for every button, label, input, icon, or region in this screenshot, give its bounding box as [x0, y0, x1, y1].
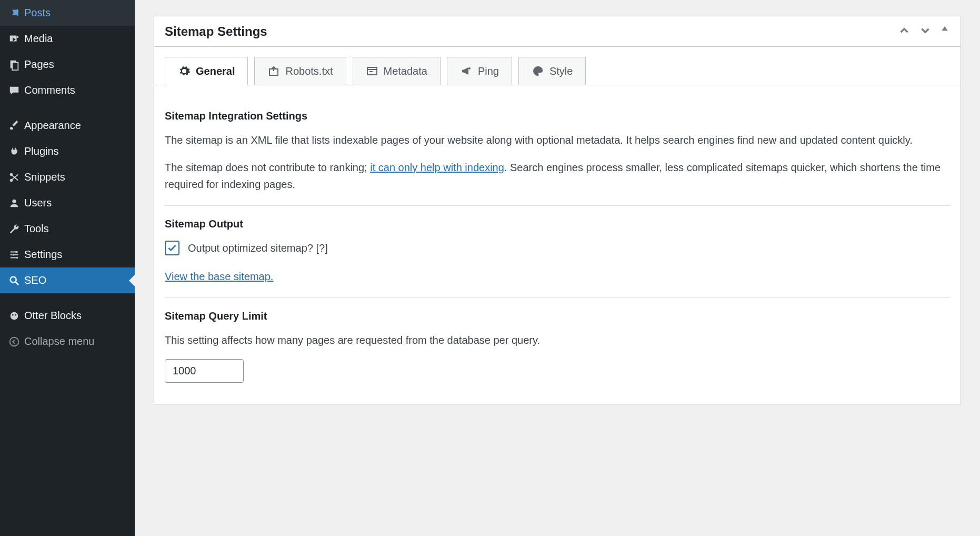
panel-header: Sitemap Settings — [154, 16, 961, 47]
sidebar-item-label: Settings — [24, 249, 62, 261]
panel-body: Sitemap Integration Settings The sitemap… — [154, 85, 961, 404]
sidebar-item-label: Posts — [24, 7, 51, 19]
panel-controls — [897, 24, 950, 39]
tab-ping[interactable]: Ping — [447, 57, 512, 85]
chevron-up-icon[interactable] — [897, 24, 911, 39]
sitemap-settings-panel: Sitemap Settings General Robots.txt Meta… — [154, 16, 961, 404]
sidebar-item-tools[interactable]: Tools — [0, 216, 135, 242]
svg-rect-3 — [12, 62, 18, 70]
admin-sidebar: Posts Media Pages Comments Appearance Pl… — [0, 0, 135, 536]
divider — [165, 297, 950, 298]
media-icon — [8, 33, 24, 45]
tab-style[interactable]: Style — [518, 57, 586, 85]
svg-point-6 — [12, 199, 16, 203]
metadata-icon — [366, 65, 378, 77]
main-content: Sitemap Settings General Robots.txt Meta… — [135, 0, 980, 536]
sidebar-item-label: SEO — [24, 274, 46, 286]
svg-point-13 — [15, 314, 16, 315]
output-optimized-row: Output optimized sitemap? [?] — [165, 240, 950, 256]
checkbox-label: Output optimized sitemap? [?] — [188, 240, 328, 256]
search-icon — [8, 275, 24, 286]
svg-point-10 — [11, 276, 16, 282]
sidebar-item-posts[interactable]: Posts — [0, 0, 135, 26]
otter-icon — [8, 310, 24, 322]
svg-point-12 — [12, 314, 14, 315]
svg-point-14 — [10, 337, 19, 346]
comment-icon — [8, 85, 24, 96]
svg-point-7 — [15, 251, 17, 253]
sidebar-item-label: Snippets — [24, 171, 65, 183]
svg-point-8 — [12, 254, 14, 256]
divider — [165, 205, 950, 206]
sidebar-item-label: Tools — [24, 223, 49, 235]
scissors-icon — [8, 172, 24, 183]
sidebar-item-label: Plugins — [24, 145, 59, 157]
megaphone-icon — [460, 65, 473, 77]
sidebar-item-pages[interactable]: Pages — [0, 52, 135, 77]
sidebar-item-users[interactable]: Users — [0, 190, 135, 216]
tab-label: Robots.txt — [285, 65, 333, 77]
section-heading-query-limit: Sitemap Query Limit — [165, 307, 950, 324]
palette-icon — [532, 65, 544, 77]
svg-point-9 — [16, 256, 18, 259]
sidebar-collapse[interactable]: Collapse menu — [0, 329, 135, 354]
share-icon — [267, 65, 280, 77]
sidebar-item-appearance[interactable]: Appearance — [0, 113, 135, 138]
svg-point-11 — [11, 312, 18, 320]
section-heading-integration: Sitemap Integration Settings — [165, 107, 950, 124]
triangle-up-icon[interactable] — [939, 24, 950, 39]
gear-icon — [178, 65, 191, 77]
tab-robots[interactable]: Robots.txt — [254, 57, 346, 85]
tab-label: Style — [549, 65, 573, 77]
brush-icon — [8, 120, 24, 132]
tab-label: General — [196, 65, 235, 77]
view-base-sitemap-link[interactable]: View the base sitemap. — [165, 271, 273, 282]
menu-separator — [0, 103, 135, 113]
tab-general[interactable]: General — [165, 57, 248, 85]
sidebar-item-snippets[interactable]: Snippets — [0, 164, 135, 190]
sidebar-item-media[interactable]: Media — [0, 26, 135, 52]
tab-label: Ping — [478, 65, 499, 77]
query-limit-description: This setting affects how many pages are … — [165, 332, 950, 349]
sidebar-item-plugins[interactable]: Plugins — [0, 138, 135, 164]
collapse-icon — [8, 336, 24, 348]
sidebar-item-comments[interactable]: Comments — [0, 77, 135, 103]
wrench-icon — [8, 223, 24, 235]
chevron-down-icon[interactable] — [918, 24, 932, 39]
indexing-help-link[interactable]: it can only help with indexing — [370, 162, 504, 173]
sliders-icon — [8, 249, 24, 261]
integration-description-1: The sitemap is an XML file that lists in… — [165, 132, 950, 148]
sidebar-item-label: Collapse menu — [24, 335, 94, 348]
tab-bar: General Robots.txt Metadata Ping Style — [154, 47, 961, 85]
sidebar-item-settings[interactable]: Settings — [0, 242, 135, 267]
integration-description-2: The sitemap does not contribute to ranki… — [165, 159, 950, 193]
query-limit-input[interactable] — [165, 359, 244, 383]
pages-icon — [8, 59, 24, 71]
sidebar-item-label: Comments — [24, 84, 75, 96]
sidebar-item-label: Users — [24, 197, 52, 209]
panel-title: Sitemap Settings — [165, 24, 267, 39]
user-icon — [8, 197, 24, 209]
sidebar-item-label: Pages — [24, 58, 54, 71]
sidebar-item-label: Otter Blocks — [24, 310, 82, 322]
section-heading-output: Sitemap Output — [165, 215, 950, 232]
sidebar-item-otter-blocks[interactable]: Otter Blocks — [0, 303, 135, 329]
sidebar-item-label: Media — [24, 33, 53, 45]
output-optimized-checkbox[interactable] — [165, 241, 179, 255]
sidebar-item-label: Appearance — [24, 120, 81, 132]
svg-point-17 — [468, 67, 471, 70]
svg-point-1 — [17, 36, 19, 38]
menu-separator — [0, 293, 135, 303]
pin-icon — [8, 7, 24, 19]
plug-icon — [8, 146, 24, 157]
tab-label: Metadata — [384, 65, 427, 77]
tab-metadata[interactable]: Metadata — [353, 57, 441, 85]
sidebar-item-seo[interactable]: SEO — [0, 267, 135, 293]
